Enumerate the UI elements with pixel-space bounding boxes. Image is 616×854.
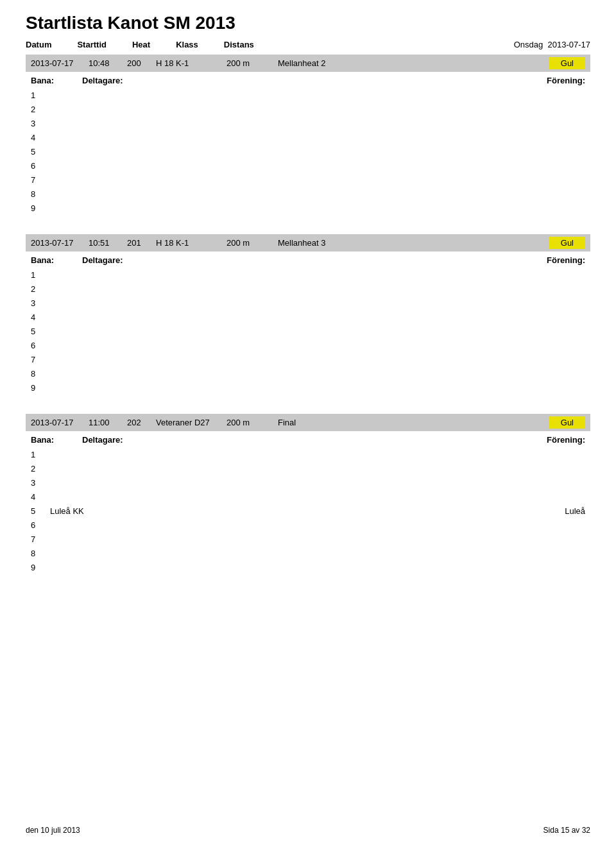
lane-row: 8	[26, 366, 590, 380]
lane-number: 3	[31, 119, 50, 128]
footer-page: Sida 15 av 32	[543, 826, 590, 835]
klass-label: Klass	[176, 40, 198, 49]
race-distans: 200 m	[227, 238, 278, 248]
race-distans: 200 m	[227, 418, 278, 427]
lane-number: 1	[31, 270, 50, 280]
lane-number: 8	[31, 189, 50, 199]
lane-row: 4	[26, 310, 590, 324]
lane-number: 6	[31, 341, 50, 350]
lane-row: 5	[26, 144, 590, 158]
lane-number: 2	[31, 464, 50, 474]
race-header-1: 2013-07-17 10:48 200 H 18 K-1 200 m Mell…	[26, 55, 590, 72]
race-block-1: 2013-07-17 10:48 200 H 18 K-1 200 m Mell…	[26, 55, 590, 215]
race-block-2: 2013-07-17 10:51 201 H 18 K-1 200 m Mell…	[26, 234, 590, 395]
lane-row: 5 Luleå KK Luleå	[26, 504, 590, 518]
lane-number: 5	[31, 327, 50, 336]
race-color-cell: Gul	[355, 416, 585, 429]
lane-participant-name: Luleå KK	[50, 506, 243, 516]
lane-number: 1	[31, 450, 50, 459]
lane-row: 9	[26, 201, 590, 215]
race-header-2: 2013-07-17 10:51 201 H 18 K-1 200 m Mell…	[26, 234, 590, 252]
race-type: Final	[278, 418, 355, 427]
race-color-cell: Gul	[355, 237, 585, 249]
lane-row: 1	[26, 447, 590, 461]
color-badge: Gul	[549, 416, 585, 429]
race-klass: H 18 K-1	[156, 238, 227, 248]
lane-row: 2	[26, 102, 590, 116]
lane-row: 7	[26, 173, 590, 187]
lane-row: 6	[26, 518, 590, 532]
lane-number: 4	[31, 133, 50, 142]
lane-number: 5	[31, 147, 50, 157]
day-date: Onsdag 2013-07-17	[514, 40, 590, 49]
lane-row: 6	[26, 338, 590, 352]
datum-label: Datum	[26, 40, 51, 49]
race-date: 2013-07-17	[31, 418, 89, 427]
lane-number: 7	[31, 534, 50, 544]
race-time: 11:00	[89, 418, 127, 427]
lane-number: 7	[31, 175, 50, 185]
lane-row: 8	[26, 546, 590, 560]
forening-label: Förening:	[547, 255, 585, 265]
lane-number: 8	[31, 369, 50, 379]
bana-label: Bana:	[31, 435, 82, 445]
deltagare-label: Deltagare:	[82, 435, 243, 445]
race-klass: H 18 K-1	[156, 58, 227, 68]
lane-row: 4	[26, 490, 590, 504]
lane-number: 8	[31, 549, 50, 558]
lane-row: 1	[26, 268, 590, 282]
race-date: 2013-07-17	[31, 58, 89, 68]
lane-row: 3	[26, 296, 590, 310]
lane-number: 6	[31, 520, 50, 530]
race-subheader-1: Bana: Deltagare: Förening:	[26, 74, 590, 87]
deltagare-label: Deltagare:	[82, 255, 243, 265]
distans-label: Distans	[224, 40, 254, 49]
lane-number: 9	[31, 563, 50, 572]
race-date: 2013-07-17	[31, 238, 89, 248]
lane-number: 5	[31, 506, 50, 516]
lane-number: 3	[31, 478, 50, 488]
forening-label: Förening:	[547, 76, 585, 85]
lane-row: 2	[26, 282, 590, 296]
lane-forening: Luleå	[508, 506, 585, 516]
lane-row: 8	[26, 187, 590, 201]
race-heat: 200	[127, 58, 156, 68]
lane-row: 4	[26, 130, 590, 144]
lane-number: 6	[31, 161, 50, 171]
lane-row: 7	[26, 352, 590, 366]
lane-row: 7	[26, 532, 590, 546]
bana-label: Bana:	[31, 76, 82, 85]
lane-number: 9	[31, 383, 50, 393]
lane-number: 3	[31, 298, 50, 308]
race-block-3: 2013-07-17 11:00 202 Veteraner D27 200 m…	[26, 414, 590, 574]
race-subheader-3: Bana: Deltagare: Förening:	[26, 434, 590, 446]
heat-label: Heat	[132, 40, 150, 49]
bana-label: Bana:	[31, 255, 82, 265]
lane-row: 9	[26, 380, 590, 395]
race-subheader-2: Bana: Deltagare: Förening:	[26, 254, 590, 266]
page-footer: den 10 juli 2013 Sida 15 av 32	[26, 826, 590, 835]
lane-row: 2	[26, 461, 590, 475]
lane-number: 1	[31, 90, 50, 100]
race-type: Mellanheat 2	[278, 58, 355, 68]
lane-number: 9	[31, 203, 50, 213]
lane-row: 3	[26, 475, 590, 490]
footer-date: den 10 juli 2013	[26, 826, 80, 835]
lane-row: 5	[26, 324, 590, 338]
lane-number: 2	[31, 105, 50, 114]
lane-row: 9	[26, 560, 590, 574]
race-distans: 200 m	[227, 58, 278, 68]
lane-number: 2	[31, 284, 50, 294]
race-heat: 202	[127, 418, 156, 427]
lane-row: 3	[26, 116, 590, 130]
race-type: Mellanheat 3	[278, 238, 355, 248]
starttid-label: Starttid	[77, 40, 107, 49]
color-badge: Gul	[549, 57, 585, 69]
race-heat: 201	[127, 238, 156, 248]
lane-number: 7	[31, 355, 50, 364]
race-color-cell: Gul	[355, 57, 585, 69]
page-title: Startlista Kanot SM 2013	[26, 13, 590, 33]
race-time: 10:51	[89, 238, 127, 248]
lane-number: 4	[31, 492, 50, 502]
race-time: 10:48	[89, 58, 127, 68]
